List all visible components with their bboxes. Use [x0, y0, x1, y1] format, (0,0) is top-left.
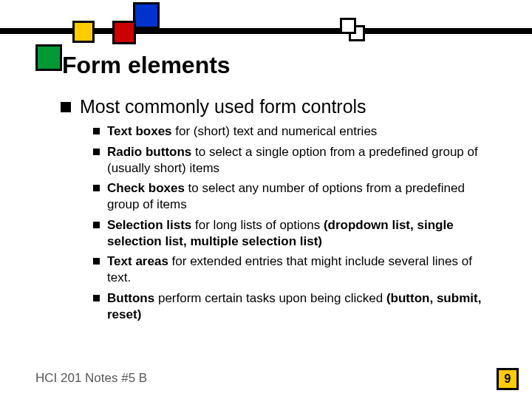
list-item: Radio buttons to select a single option …	[93, 144, 497, 177]
footer-text: HCI 201 Notes #5 B	[35, 371, 147, 386]
list-item: Check boxes to select any number of opti…	[93, 180, 497, 213]
bullet-icon	[93, 258, 100, 265]
list-item-text: Text boxes for (short) text and numerica…	[107, 123, 377, 140]
bullet-icon	[93, 149, 100, 155]
bullet-icon	[93, 222, 100, 228]
list-item-text: Radio buttons to select a single option …	[107, 144, 497, 177]
list-item: Buttons perform certain tasks upon being…	[93, 290, 497, 323]
list-item: Selection lists for long lists of option…	[93, 217, 497, 250]
square-green	[35, 44, 62, 71]
list-item-text: Buttons perform certain tasks upon being…	[107, 290, 497, 323]
page-number: 9	[497, 368, 519, 390]
square-yellow	[72, 21, 95, 43]
content-area: Most commonly used form controls Text bo…	[61, 96, 497, 327]
bullet-icon	[61, 102, 71, 112]
list-item-text: Text areas for extended entries that mig…	[107, 253, 497, 286]
bullet-icon	[93, 185, 100, 191]
bullet-text: Most commonly used form controls	[80, 96, 366, 117]
sub-bullet-list: Text boxes for (short) text and numerica…	[93, 123, 497, 322]
list-item: Text areas for extended entries that mig…	[93, 253, 497, 286]
square-blue	[133, 2, 160, 29]
bullet-icon	[93, 128, 100, 134]
list-item-text: Check boxes to select any number of opti…	[107, 180, 497, 213]
bullet-level1: Most commonly used form controls	[61, 96, 497, 117]
slide-title: Form elements	[62, 52, 231, 79]
square-white-front	[340, 18, 356, 34]
square-red	[112, 21, 136, 44]
bullet-icon	[93, 295, 100, 301]
list-item: Text boxes for (short) text and numerica…	[93, 123, 497, 140]
list-item-text: Selection lists for long lists of option…	[107, 217, 497, 250]
